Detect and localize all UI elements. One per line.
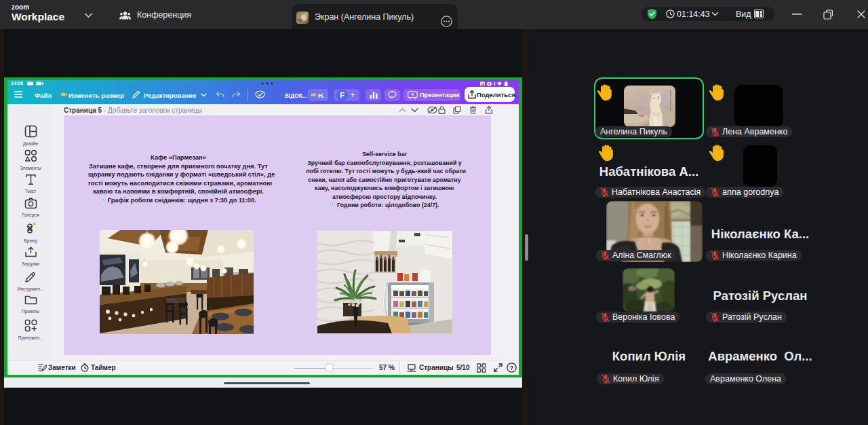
svg-text:?: ? — [510, 365, 514, 371]
